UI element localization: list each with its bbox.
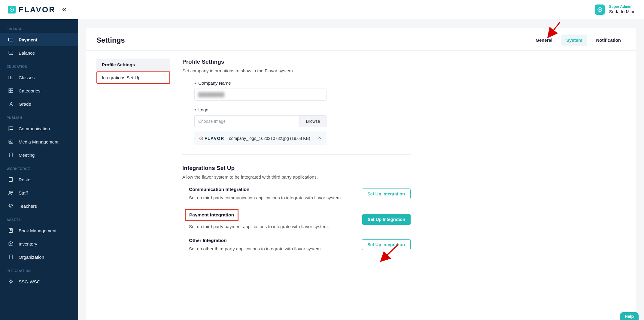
- staff-icon: [8, 190, 14, 196]
- sidebar-item-label: Book Management: [19, 228, 56, 233]
- logo-file-input[interactable]: Choose Image: [194, 115, 299, 127]
- svg-point-1: [11, 9, 13, 11]
- company-name-label: Company Name: [194, 80, 351, 86]
- integration-communication: Communication Integration Set up third p…: [189, 187, 411, 201]
- close-icon: [317, 136, 322, 140]
- sidebar-item-teachers[interactable]: Teachers: [0, 199, 78, 213]
- logo-filename: company_logo_1620210732.jpg (19.68 KB): [229, 136, 313, 141]
- svg-rect-12: [11, 91, 13, 93]
- sidebar-item-balance[interactable]: Balance: [0, 46, 78, 59]
- tab-notification[interactable]: Notification: [591, 35, 626, 46]
- sidebar-item-book-management[interactable]: Book Management: [0, 224, 78, 237]
- company-name-group: Company Name ████████: [194, 80, 351, 101]
- sidebar-item-label: Media Management: [19, 139, 59, 144]
- classes-icon: [8, 74, 14, 80]
- sidebar-item-label: SSG-WSG: [19, 279, 41, 284]
- topbar-right: Super Admin Soda In Mind: [595, 5, 636, 15]
- sidebar-item-organization[interactable]: Organization: [0, 250, 78, 264]
- logo-thumb-text: FLAVOR: [205, 136, 224, 141]
- outline-integrations-setup[interactable]: Integrations Set Up: [96, 71, 170, 84]
- sidebar-item-label: Roster: [19, 177, 32, 182]
- integrations-list: Communication Integration Set up third p…: [182, 187, 411, 252]
- svg-rect-27: [9, 255, 12, 259]
- categories-icon: [8, 88, 14, 94]
- svg-rect-4: [9, 38, 13, 41]
- logo-file-row: Choose Image Browse: [194, 115, 327, 127]
- sidebar-section-publish: PUBLISH: [0, 110, 78, 122]
- integration-icon: [8, 279, 14, 285]
- sidebar-item-label: Communication: [19, 126, 50, 131]
- integration-text: Communication Integration Set up third p…: [189, 187, 353, 201]
- svg-point-15: [10, 141, 11, 142]
- sidebar-item-label: Organization: [19, 255, 44, 260]
- svg-point-22: [11, 192, 13, 193]
- sidebar-section-workforce: WORKFORCE: [0, 162, 78, 173]
- setup-communication-button[interactable]: Set Up Integration: [362, 189, 411, 199]
- svg-rect-16: [9, 153, 12, 157]
- sidebar-item-staff[interactable]: Staff: [0, 186, 78, 199]
- svg-point-3: [599, 9, 600, 10]
- settings-content: Profile Settings Set company information…: [170, 59, 636, 272]
- setup-payment-button[interactable]: Set Up Integration: [362, 214, 411, 225]
- sidebar-item-meeting[interactable]: Meeting: [0, 148, 78, 162]
- communication-icon: [8, 125, 14, 131]
- svg-point-32: [10, 281, 12, 283]
- company-name-input[interactable]: ████████: [194, 89, 327, 101]
- sidebar-item-categories[interactable]: Categories: [0, 84, 78, 97]
- brand-logo[interactable]: FLAVOR: [8, 5, 56, 14]
- user-avatar[interactable]: [595, 5, 605, 15]
- grade-icon: [8, 101, 14, 107]
- logo-thumb-icon: [199, 136, 203, 140]
- sidebar-item-label: Inventory: [19, 241, 37, 246]
- integration-title: Communication Integration: [189, 187, 250, 192]
- meeting-icon: [8, 152, 14, 158]
- logo-preview: FLAVOR company_logo_1620210732.jpg (19.6…: [194, 131, 327, 145]
- sidebar-item-inventory[interactable]: Inventory: [0, 237, 78, 250]
- remove-logo-button[interactable]: [317, 136, 322, 141]
- settings-tabs: General System Notification: [531, 35, 626, 46]
- svg-rect-9: [9, 89, 11, 90]
- balance-icon: [8, 50, 14, 56]
- sidebar-item-communication[interactable]: Communication: [0, 122, 78, 135]
- tab-system[interactable]: System: [561, 35, 587, 46]
- media-icon: [8, 139, 14, 145]
- page-title: Settings: [96, 36, 125, 44]
- browse-button[interactable]: Browse: [299, 115, 327, 127]
- integration-text: Payment Integration Set up third party p…: [189, 209, 353, 230]
- svg-rect-6: [9, 51, 13, 55]
- tab-general[interactable]: General: [531, 35, 557, 46]
- sidebar-collapse-button[interactable]: [61, 7, 67, 13]
- organization-icon: [8, 254, 14, 260]
- sidebar-item-classes[interactable]: Classes: [0, 71, 78, 84]
- integration-desc: Set up third party payment applications …: [189, 223, 353, 230]
- integrations-heading: Integrations Set Up: [182, 165, 624, 171]
- svg-rect-11: [9, 91, 11, 93]
- sidebar-item-label: Classes: [19, 75, 35, 80]
- user-meta[interactable]: Super Admin Soda In Mind: [609, 5, 636, 14]
- sidebar-item-grade[interactable]: Grade: [0, 97, 78, 110]
- section-divider: [182, 154, 411, 155]
- profile-subtitle: Set company informations to show in the …: [182, 68, 624, 73]
- outline-profile-settings[interactable]: Profile Settings: [96, 59, 170, 71]
- roster-icon: [8, 177, 14, 183]
- sidebar-item-roster[interactable]: Roster: [0, 173, 78, 186]
- sidebar-item-label: Teachers: [19, 204, 37, 209]
- sidebar-item-payment[interactable]: Payment: [0, 33, 78, 46]
- logo-group: Logo Choose Image Browse FLAVOR company_…: [194, 107, 351, 145]
- svg-rect-10: [11, 89, 13, 90]
- sidebar-item-media-management[interactable]: Media Management: [0, 135, 78, 148]
- logo-label: Logo: [194, 107, 351, 112]
- teachers-icon: [8, 203, 14, 209]
- svg-point-34: [201, 138, 202, 139]
- topbar-left: FLAVOR: [8, 5, 67, 14]
- sidebar-item-label: Balance: [19, 50, 35, 56]
- setup-other-button[interactable]: Set Up Integration: [362, 239, 411, 250]
- integration-other: Other Integration Set up other third par…: [189, 238, 411, 252]
- inventory-icon: [8, 241, 14, 247]
- user-org: Soda In Mind: [609, 9, 636, 14]
- settings-outline: Profile Settings Integrations Set Up: [86, 59, 170, 272]
- help-button[interactable]: Help: [620, 312, 639, 320]
- integration-payment: Payment Integration Set up third party p…: [189, 209, 411, 230]
- card-head: Settings General System Notification: [86, 28, 636, 51]
- sidebar-item-ssg-wsg[interactable]: SSG-WSG: [0, 275, 78, 288]
